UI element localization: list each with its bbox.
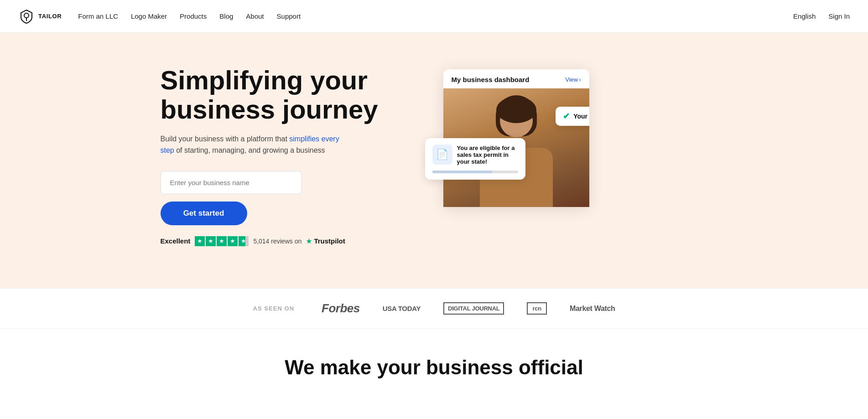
nav-link-form-llc[interactable]: Form an LLC <box>78 12 118 20</box>
bottom-title: We make your business official <box>0 356 868 379</box>
get-started-button[interactable]: Get started <box>161 202 247 225</box>
usa-today-text: USA TODAY <box>383 305 421 312</box>
hero-right: My business dashboard View › <box>407 69 708 243</box>
star-2: ★ <box>206 236 216 246</box>
sales-progress-bar <box>432 171 518 173</box>
digital-journal-logo: DIGITAL JOURNAL <box>443 302 504 315</box>
sales-bar-fill <box>432 171 493 173</box>
hero-subtitle: Build your business with a platform that… <box>161 133 343 156</box>
trustpilot-count: 5,014 reviews on <box>253 238 301 245</box>
brand-name: TAILOR <box>38 13 62 20</box>
dashboard-view-link[interactable]: View › <box>565 76 581 83</box>
rcn-logo: rcn <box>527 302 546 315</box>
as-seen-on-section: AS SEEN ON Forbes USA TODAY DIGITAL JOUR… <box>0 288 868 329</box>
as-seen-on-label: AS SEEN ON <box>253 305 295 312</box>
dashboard-title: My business dashboard <box>452 76 530 83</box>
star-3: ★ <box>217 236 227 246</box>
dashboard-card: My business dashboard View › <box>443 69 589 207</box>
llc-submitted-badge: ✔ Your LLC is submitted <box>556 107 589 126</box>
llc-badge-text: Your LLC is submitted <box>573 113 589 120</box>
language-selector[interactable]: English <box>793 12 816 20</box>
nav-right: English Sign In <box>793 12 850 20</box>
check-icon: ✔ <box>563 111 570 121</box>
media-logos: Forbes USA TODAY DIGITAL JOURNAL rcn Mar… <box>322 301 615 316</box>
star-1: ★ <box>195 236 205 246</box>
hero-left: Simplifying your business journey Build … <box>161 66 379 246</box>
sales-card-text: You are eligible for a sales tax permit … <box>457 145 518 167</box>
trustpilot-star-icon: ★ <box>306 238 312 245</box>
nav-link-support[interactable]: Support <box>277 12 301 20</box>
hero-inner: Simplifying your business journey Build … <box>161 66 708 246</box>
forbes-logo: Forbes <box>322 301 360 316</box>
hero-subtitle-highlight: simplifies every step <box>161 135 339 155</box>
trustpilot-excellent: Excellent <box>161 237 191 245</box>
dashboard-card-header: My business dashboard View › <box>443 69 589 88</box>
nav-left: TAILOR Form an LLC Logo Maker Products B… <box>18 8 301 25</box>
trustpilot-row: Excellent ★ ★ ★ ★ ★ 5,014 reviews on ★ T… <box>161 236 379 246</box>
sales-card-inner: 📄 You are eligible for a sales tax permi… <box>432 145 518 167</box>
business-name-input[interactable] <box>161 171 302 194</box>
trustpilot-stars: ★ ★ ★ ★ ★ <box>195 236 249 246</box>
sales-card-title: You are eligible for a sales tax permit … <box>457 145 518 165</box>
nav-link-products[interactable]: Products <box>180 12 207 20</box>
nav-links: Form an LLC Logo Maker Products Blog Abo… <box>78 12 301 20</box>
logo-icon <box>18 8 35 25</box>
nav-link-blog[interactable]: Blog <box>219 12 233 20</box>
hero-title: Simplifying your business journey <box>161 66 379 124</box>
hero-section: Simplifying your business journey Build … <box>0 33 868 288</box>
signin-button[interactable]: Sign In <box>828 12 850 20</box>
brand-logo[interactable]: TAILOR <box>18 8 62 25</box>
bottom-section: We make your business official <box>0 329 868 397</box>
star-4: ★ <box>228 236 238 246</box>
sales-tax-card: 📄 You are eligible for a sales tax permi… <box>425 138 525 180</box>
nav-link-logo-maker[interactable]: Logo Maker <box>131 12 167 20</box>
trustpilot-logo: ★ Trustpilot <box>306 237 345 245</box>
sales-tax-icon: 📄 <box>432 145 452 165</box>
trustpilot-platform: Trustpilot <box>314 237 345 245</box>
navbar: TAILOR Form an LLC Logo Maker Products B… <box>0 0 868 33</box>
usa-today-logo: USA TODAY <box>383 305 421 313</box>
star-5-half: ★ <box>239 236 249 246</box>
nav-link-about[interactable]: About <box>246 12 264 20</box>
hero-input-wrap <box>161 171 379 194</box>
market-watch-logo: Market Watch <box>570 304 615 313</box>
